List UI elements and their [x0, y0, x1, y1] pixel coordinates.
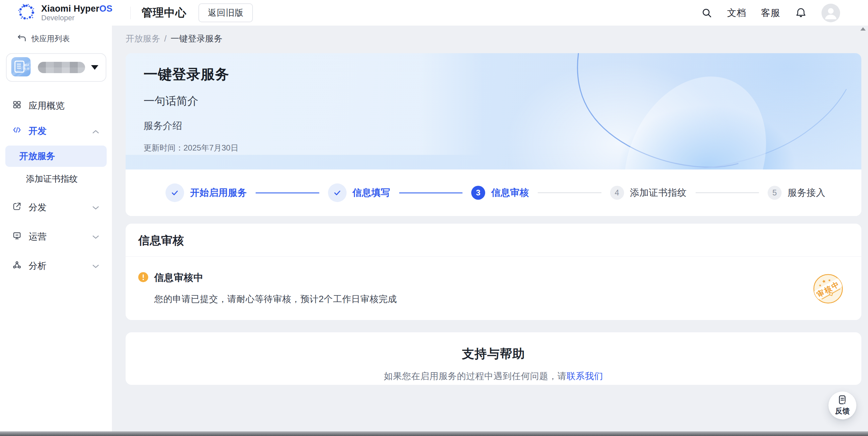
- xiaomi-dotted-ring-icon: [17, 3, 36, 23]
- breadcrumb-parent[interactable]: 开放服务: [126, 33, 160, 44]
- hero-banner: 一键登录服务 一句话简介 服务介绍 更新时间：2025年7月30日: [126, 53, 861, 169]
- page-title: 管理中心: [141, 5, 186, 20]
- topbar-actions: 文档 客服: [701, 4, 840, 22]
- sidebar-menu: 应用概览 开发 开放服务 添加证书指纹: [0, 95, 112, 277]
- notification-bell-icon[interactable]: [795, 7, 807, 19]
- step-number: 4: [610, 186, 624, 200]
- app-selector[interactable]: 测试 专用: [6, 53, 106, 82]
- support-title: 支持与帮助: [126, 346, 861, 362]
- feedback-doc-star-icon: ★: [837, 395, 848, 407]
- step-add-cert-fingerprint: 4 添加证书指纹: [610, 186, 687, 200]
- check-icon: [165, 183, 184, 202]
- window-bottom-edge: [0, 431, 868, 436]
- search-icon[interactable]: [701, 7, 712, 19]
- nav-support[interactable]: 客服: [761, 7, 780, 19]
- svg-text:★: ★: [843, 400, 847, 405]
- sidebar-item-analytics[interactable]: 分析: [0, 255, 112, 277]
- sidebar-item-add-cert-fingerprint[interactable]: 添加证书指纹: [0, 169, 112, 189]
- sidebar-item-label: 开放服务: [19, 150, 55, 162]
- step-start-service: 开始启用服务: [165, 183, 247, 202]
- grid-icon: [12, 100, 21, 111]
- step-connector: [695, 192, 760, 193]
- sidebar-item-operations[interactable]: 运营: [0, 226, 112, 247]
- service-subtitle: 一句话简介: [144, 94, 861, 109]
- app-icon-badge-line1: 测试: [23, 63, 30, 67]
- brand-name-black: Xiaomi Hyper: [41, 4, 99, 13]
- brand-subtitle: Developer: [41, 14, 112, 22]
- contact-us-link[interactable]: 联系我们: [567, 371, 603, 381]
- code-icon: [12, 126, 21, 136]
- sidebar-item-label: 添加证书指纹: [26, 173, 78, 185]
- review-status-title: 信息审核中: [154, 271, 204, 284]
- chevron-up-icon: [92, 126, 99, 136]
- step-label: 服务接入: [787, 186, 826, 199]
- sidebar-item-app-overview[interactable]: 应用概览: [0, 95, 112, 116]
- step-connector: [255, 192, 319, 193]
- chevron-down-icon: [92, 203, 99, 213]
- divider: [126, 256, 861, 256]
- sidebar-item-develop[interactable]: 开发: [0, 120, 112, 142]
- step-label: 信息填写: [352, 186, 391, 199]
- step-label: 开始启用服务: [190, 186, 247, 199]
- step-number: 3: [471, 186, 485, 200]
- check-icon: [328, 183, 347, 202]
- topbar-divider: [130, 7, 131, 19]
- breadcrumb-separator: /: [164, 34, 166, 44]
- service-updated-time: 更新时间：2025年7月30日: [144, 143, 861, 153]
- sidebar-item-open-services[interactable]: 开放服务: [5, 146, 107, 167]
- chevron-down-icon: [92, 261, 99, 271]
- brand-name-blue: OS: [99, 4, 112, 13]
- app-icon: 测试 专用: [11, 57, 31, 78]
- step-info-review: 3 信息审核: [471, 186, 529, 200]
- step-connector: [399, 192, 463, 193]
- sidebar: 快应用列表 测试 专用: [0, 26, 112, 431]
- review-status-description: 您的申请已提交，请耐心等待审核，预计2个工作日审核完成: [154, 293, 861, 305]
- feedback-button[interactable]: ★ 反馈: [829, 392, 856, 419]
- step-connector: [538, 192, 601, 193]
- app-name-redacted: [38, 62, 85, 73]
- sidebar-item-label: 开发: [29, 125, 46, 137]
- monitor-icon: [12, 231, 21, 242]
- back-label: 快应用列表: [32, 34, 70, 44]
- sidebar-item-label: 分析: [29, 260, 46, 272]
- step-label: 信息审核: [491, 186, 529, 199]
- user-avatar[interactable]: [822, 4, 840, 22]
- chevron-down-icon: [92, 231, 99, 242]
- review-status-card: 信息审核 信息审核中 您的申请已提交，请耐心等待审核，预计2个工作日审核完成 ★…: [126, 224, 861, 320]
- step-fill-info: 信息填写: [328, 183, 391, 202]
- review-card-title: 信息审核: [126, 224, 861, 256]
- breadcrumb-current: 一键登录服务: [170, 33, 222, 44]
- brand-logo: Xiaomi HyperOS Developer: [17, 3, 112, 23]
- service-description: 服务介绍: [144, 119, 861, 133]
- chevron-down-icon: [91, 65, 98, 70]
- step-label: 添加证书指纹: [630, 186, 687, 199]
- sidebar-item-label: 应用概览: [29, 100, 64, 112]
- sidebar-item-label: 分发: [29, 201, 46, 213]
- support-text: 如果您在启用服务的过程中遇到任何问题，请联系我们: [126, 370, 861, 382]
- support-card: 支持与帮助 如果您在启用服务的过程中遇到任何问题，请联系我们: [126, 332, 861, 385]
- back-arrow-icon: [17, 34, 27, 44]
- sidebar-item-distribution[interactable]: 分发: [0, 197, 112, 218]
- feedback-label: 反馈: [835, 406, 850, 416]
- service-title: 一键登录服务: [144, 65, 861, 84]
- topbar: Xiaomi HyperOS Developer 管理中心 返回旧版 文档 客服: [0, 0, 868, 26]
- warning-icon: [138, 272, 148, 283]
- back-to-app-list[interactable]: 快应用列表: [17, 34, 112, 44]
- brand-name: Xiaomi HyperOS Developer: [41, 4, 112, 22]
- share-export-icon: [12, 202, 21, 213]
- support-text-prefix: 如果您在启用服务的过程中遇到任何问题，请: [384, 371, 567, 381]
- sidebar-item-label: 运营: [29, 230, 46, 243]
- nav-docs[interactable]: 文档: [727, 7, 746, 19]
- back-to-legacy-button[interactable]: 返回旧版: [198, 3, 253, 22]
- progress-steps: 开始启用服务 信息填写 3 信息审核 4 添加证书指纹 5 服务接入: [126, 169, 861, 216]
- breadcrumb: 开放服务 / 一键登录服务: [126, 33, 222, 44]
- scrollbar-up-arrow[interactable]: [860, 27, 866, 31]
- step-service-access: 5 服务接入: [768, 186, 826, 200]
- step-number: 5: [768, 186, 782, 200]
- app-icon-badge-line2: 专用: [23, 67, 30, 70]
- service-hero-card: 一键登录服务 一句话简介 服务介绍 更新时间：2025年7月30日 开始启用服务…: [126, 53, 861, 216]
- network-nodes-icon: [12, 260, 21, 272]
- under-review-stamp: ★ ★ ★ 审核中: [812, 273, 844, 306]
